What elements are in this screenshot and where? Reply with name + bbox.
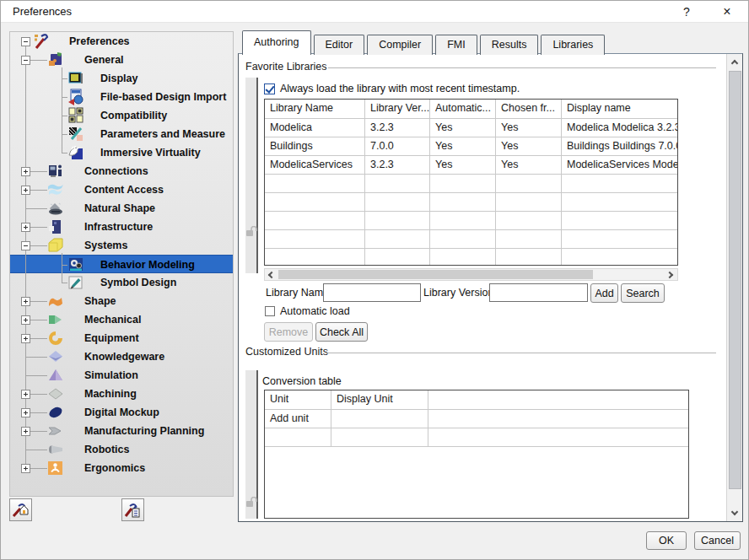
tree-connector: [25, 450, 47, 450]
lock-icon[interactable]: [245, 226, 257, 237]
remove-button[interactable]: Remove: [264, 322, 313, 342]
tree-item-display[interactable]: Display: [10, 69, 233, 88]
tree-item-label: Systems: [84, 240, 127, 251]
tab-compiler[interactable]: Compiler: [367, 35, 433, 55]
tree-item-content-access[interactable]: Content Access: [10, 180, 233, 199]
collapse-icon[interactable]: [21, 241, 30, 250]
scroll-right-icon[interactable]: [665, 269, 676, 280]
search-button[interactable]: Search: [621, 283, 665, 303]
tab-authoring[interactable]: Authoring: [242, 30, 311, 55]
expand-icon[interactable]: [21, 427, 30, 436]
tree-item-robotics[interactable]: Robotics: [10, 440, 233, 459]
column-header[interactable]: Library Name: [265, 100, 365, 118]
always-load-checkbox[interactable]: [264, 83, 275, 94]
cancel-button[interactable]: Cancel: [694, 531, 741, 550]
table-cell: [562, 230, 677, 248]
tree-item-symbol-design[interactable]: Symbol Design: [10, 273, 233, 292]
tree-item-knowledgeware[interactable]: Knowledgeware: [10, 347, 233, 366]
tab-fmi[interactable]: FMI: [435, 35, 477, 55]
tree-item-immersive-virtuality[interactable]: Immersive Virtuality: [10, 143, 233, 162]
column-header[interactable]: Chosen fr...: [496, 100, 562, 118]
table-cell: [265, 230, 365, 248]
expand-icon[interactable]: [21, 464, 30, 473]
tree-item-infrastructure[interactable]: Infrastructure: [10, 218, 233, 236]
table-row[interactable]: Buildings7.0.0YesYesBuildings Buildings …: [265, 137, 677, 156]
table-horizontal-scrollbar[interactable]: [264, 268, 678, 281]
expand-icon[interactable]: [21, 315, 30, 325]
close-icon[interactable]: ×: [716, 3, 738, 21]
tab-libraries[interactable]: Libraries: [541, 35, 605, 55]
scrollbar-thumb[interactable]: [278, 270, 593, 279]
table-row-empty[interactable]: [265, 249, 677, 266]
manufacturing-icon: [47, 423, 64, 439]
library-version-input[interactable]: [489, 283, 588, 302]
tree-item-label: Behavior Modeling: [100, 259, 195, 271]
expand-icon[interactable]: [21, 408, 30, 417]
table-row[interactable]: Modelica3.2.3YesYesModelica Modelica 3.2…: [265, 119, 677, 137]
reset-home-preferences-button[interactable]: [9, 498, 32, 521]
tree-item-natural-shape[interactable]: Natural Shape: [10, 199, 233, 218]
automatic-load-label: Automatic load: [280, 305, 350, 317]
table-cell: ModelicaServices: [265, 156, 365, 174]
tree-item-file-based-design-import[interactable]: File-based Design Import: [10, 88, 233, 106]
group-divider: [328, 67, 716, 68]
column-header[interactable]: Unit: [265, 390, 331, 409]
lock-icon[interactable]: [245, 497, 257, 508]
library-name-input[interactable]: [323, 283, 421, 302]
tree-item-general[interactable]: General: [10, 51, 233, 69]
export-preferences-button[interactable]: [121, 498, 144, 521]
collapse-icon[interactable]: [21, 56, 30, 65]
table-row-empty[interactable]: [265, 230, 677, 249]
add-button[interactable]: Add: [590, 283, 618, 303]
table-row-empty[interactable]: [265, 193, 677, 212]
tree-item-compatibility[interactable]: Compatibility: [10, 106, 233, 125]
table-cell: [496, 212, 562, 229]
scroll-left-icon[interactable]: [266, 269, 277, 280]
collapse-icon[interactable]: [21, 37, 30, 46]
tree-item-ergonomics[interactable]: Ergonomics: [10, 459, 233, 477]
tree-item-equipment[interactable]: Equipment: [10, 329, 233, 347]
simulation-icon: [47, 367, 64, 384]
tree-item-systems[interactable]: Systems: [10, 236, 233, 255]
tree-item-shape[interactable]: Shape: [10, 292, 233, 310]
tree-item-preferences[interactable]: Preferences: [10, 32, 233, 51]
expand-icon[interactable]: [21, 167, 30, 176]
tree-item-parameters-and-measure[interactable]: Parameters and Measure: [10, 125, 233, 143]
table-cell: [496, 175, 562, 192]
column-header[interactable]: Automatic...: [430, 100, 496, 118]
scroll-up-icon[interactable]: [730, 57, 741, 67]
tree-item-connections[interactable]: Connections: [10, 162, 233, 180]
column-header[interactable]: Display name: [562, 100, 677, 118]
expand-icon[interactable]: [21, 297, 30, 306]
favorite-libraries-side-strip: [245, 78, 258, 273]
tree-item-machining[interactable]: Machining: [10, 385, 233, 403]
tab-results[interactable]: Results: [480, 35, 539, 55]
tree-item-simulation[interactable]: Simulation: [10, 366, 233, 385]
tab-editor[interactable]: Editor: [314, 35, 365, 55]
help-icon[interactable]: ?: [676, 3, 698, 21]
check-all-button[interactable]: Check All: [315, 322, 368, 342]
table-row[interactable]: ModelicaServices3.2.3YesYesModelicaServi…: [265, 156, 677, 175]
table-row-empty[interactable]: [265, 428, 688, 447]
column-header[interactable]: Display Unit: [331, 390, 428, 409]
column-header[interactable]: Library Ver...: [365, 100, 430, 118]
scrollbar-thumb[interactable]: [729, 71, 741, 489]
ok-button[interactable]: OK: [646, 531, 687, 550]
scroll-down-icon[interactable]: [730, 508, 741, 519]
tree-item-behavior-modeling[interactable]: Behavior Modeling: [10, 255, 233, 273]
expand-icon[interactable]: [21, 390, 30, 399]
automatic-load-checkbox[interactable]: [265, 306, 275, 316]
expand-icon[interactable]: [21, 186, 30, 195]
parameters-icon: [67, 126, 84, 143]
table-row-empty[interactable]: [265, 212, 677, 230]
add-unit-row[interactable]: Add unit: [265, 410, 688, 428]
expand-icon[interactable]: [21, 334, 30, 343]
table-row-empty[interactable]: [265, 175, 677, 193]
expand-icon[interactable]: [21, 223, 30, 232]
table-cell: [562, 175, 677, 192]
tree-item-manufacturing-planning[interactable]: Manufacturing Planning: [10, 422, 233, 440]
tree-item-digital-mockup[interactable]: Digital Mockup: [10, 403, 233, 422]
tree-item-mechanical[interactable]: Mechanical: [10, 310, 233, 329]
panel-vertical-scrollbar[interactable]: [726, 54, 742, 521]
preferences-icon: [34, 33, 51, 50]
